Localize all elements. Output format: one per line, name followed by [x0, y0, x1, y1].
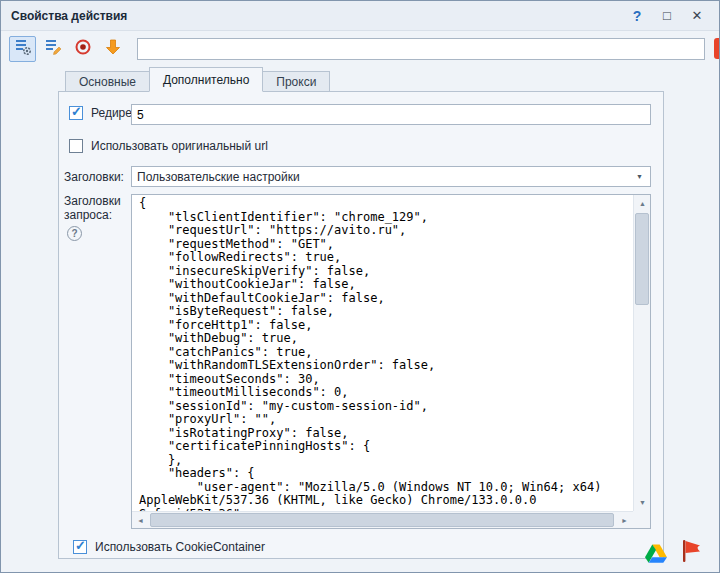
- tab-proxy[interactable]: Прокси: [262, 71, 330, 92]
- cookie-container-checkbox[interactable]: ✓: [73, 540, 87, 554]
- down-arrow-icon: [104, 38, 122, 60]
- horizontal-scrollbar-thumb[interactable]: [150, 513, 614, 527]
- tab-strip: Основные Дополнительно Прокси: [65, 67, 329, 92]
- red-flag-icon[interactable]: [679, 538, 703, 568]
- request-headers-editor[interactable]: { "tlsClientIdentifier": "chrome_129", "…: [131, 194, 651, 529]
- request-headers-label: Заголовки запроса:: [64, 194, 128, 222]
- doc-settings-button[interactable]: [9, 36, 36, 62]
- scroll-up-icon[interactable]: ▲: [634, 195, 651, 212]
- redirect-checkbox[interactable]: ✓: [69, 106, 83, 120]
- tab-basic[interactable]: Основные: [65, 71, 150, 92]
- original-url-label: Использовать оригинальный url: [91, 139, 268, 153]
- doc-edit-button[interactable]: [39, 36, 66, 62]
- toolbar: [1, 32, 719, 65]
- request-headers-content[interactable]: { "tlsClientIdentifier": "chrome_129", "…: [132, 195, 633, 511]
- vertical-scrollbar-thumb[interactable]: [635, 213, 649, 305]
- down-arrow-button[interactable]: [99, 36, 126, 62]
- window-title: Свойства действия: [11, 9, 127, 23]
- tab-panel-additional: ✓ Редирект Использовать оригинальный url…: [58, 91, 664, 559]
- vertical-scrollbar[interactable]: ▲ ▼: [633, 195, 650, 511]
- maximize-button[interactable]: □: [655, 6, 679, 26]
- original-url-checkbox[interactable]: [69, 139, 83, 153]
- headers-mode-select[interactable]: Пользовательские настройки ▼: [131, 166, 651, 187]
- chevron-down-icon: ▼: [636, 173, 645, 180]
- redirect-count-input[interactable]: [131, 104, 651, 125]
- scrollbar-corner: [633, 511, 650, 528]
- scroll-left-icon[interactable]: ◄: [132, 512, 149, 529]
- toolbar-input[interactable]: [137, 38, 705, 60]
- help-button[interactable]: ?: [625, 6, 649, 26]
- titlebar[interactable]: Свойства действия ? □ ✕: [1, 1, 719, 31]
- notification-marker: [714, 38, 719, 59]
- horizontal-scrollbar[interactable]: ◄ ►: [132, 511, 633, 528]
- action-properties-dialog: Свойства действия ? □ ✕: [0, 0, 720, 573]
- record-button[interactable]: [69, 36, 96, 62]
- tab-additional[interactable]: Дополнительно: [149, 67, 263, 92]
- record-icon: [74, 38, 92, 60]
- cookie-container-label: Использовать CookieContainer: [95, 540, 265, 554]
- overlay-icons: [645, 538, 703, 568]
- headers-mode-label: Заголовки:: [64, 170, 124, 184]
- close-button[interactable]: ✕: [685, 6, 709, 26]
- doc-settings-icon: [14, 38, 32, 60]
- help-circle-icon[interactable]: ?: [67, 226, 82, 241]
- scroll-right-icon[interactable]: ►: [616, 512, 633, 529]
- original-url-row[interactable]: Использовать оригинальный url: [69, 139, 268, 153]
- headers-mode-value: Пользовательские настройки: [137, 170, 300, 184]
- titlebar-controls: ? □ ✕: [625, 6, 709, 26]
- doc-edit-icon: [44, 38, 62, 60]
- check-icon: ✓: [75, 538, 86, 553]
- cookie-container-row[interactable]: ✓ Использовать CookieContainer: [73, 540, 265, 554]
- check-icon: ✓: [71, 104, 82, 119]
- drive-icon[interactable]: [645, 544, 667, 568]
- scroll-down-icon[interactable]: ▼: [634, 494, 651, 511]
